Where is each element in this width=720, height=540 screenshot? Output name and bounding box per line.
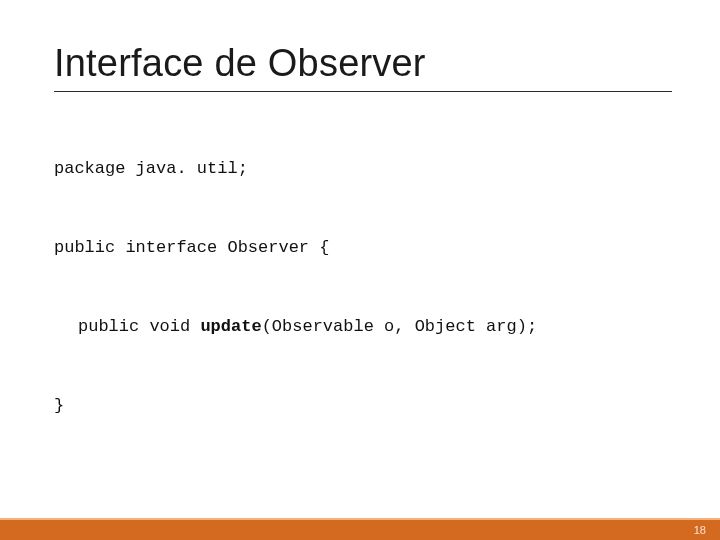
page-number: 18: [694, 524, 706, 536]
footer-bar: 18: [0, 518, 720, 540]
code-line-close: }: [54, 397, 672, 414]
code-method-name: update: [200, 317, 261, 336]
code-line-package: package java. util;: [54, 160, 672, 177]
code-block: package java. util; public interface Obs…: [54, 126, 672, 476]
code-text: public void: [78, 317, 200, 336]
code-line-interface: public interface Observer {: [54, 239, 672, 256]
slide-title: Interface de Observer: [54, 42, 672, 92]
code-line-method: public void update(Observable o, Object …: [54, 318, 672, 335]
code-text: (Observable o, Object arg);: [262, 317, 537, 336]
slide: Interface de Observer package java. util…: [0, 0, 720, 540]
